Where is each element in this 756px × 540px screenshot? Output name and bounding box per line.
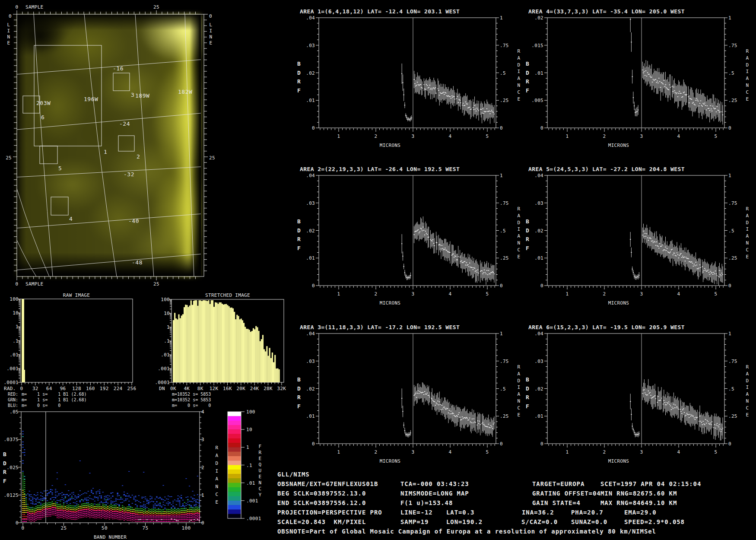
svg-text:F: F	[526, 245, 529, 251]
svg-text:R: R	[526, 236, 529, 242]
metadata-text: INA=36.2	[522, 509, 554, 516]
svg-text:D: D	[518, 378, 521, 384]
svg-text:R: R	[526, 78, 529, 85]
svg-text:D: D	[746, 378, 749, 384]
svg-text:.25: .25	[728, 98, 737, 103]
svg-text:0: 0	[500, 125, 503, 131]
svg-text:m= 1 s= 1 B1 (2.68): m= 1 s= 1 B1 (2.68)	[22, 397, 87, 402]
svg-text:AREA 2=(22,19,3,3) LAT= -26.4: AREA 2=(22,19,3,3) LAT= -26.4 LON= 192.5…	[300, 166, 460, 172]
svg-text:N: N	[746, 398, 749, 404]
svg-text:R: R	[746, 48, 749, 54]
svg-text:MICRONS: MICRONS	[608, 300, 629, 306]
svg-text:0: 0	[16, 520, 19, 526]
area-2-spectrum: AREA 2=(22,19,3,3) LAT= -26.4 LON= 192.5…	[297, 166, 521, 306]
svg-text:2: 2	[375, 449, 378, 455]
svg-text:4: 4	[69, 216, 73, 222]
svg-text:10: 10	[164, 311, 170, 316]
svg-text:.01: .01	[10, 352, 19, 358]
svg-text:4: 4	[449, 291, 452, 297]
lat-lon-grid	[17, 14, 201, 276]
rgb-stats: RED:m= 1 s= 1 B1 (2.68)GRN:m= 1 s= 1 B1 …	[8, 392, 87, 408]
svg-text:F: F	[3, 478, 6, 484]
svg-text:.1: .1	[246, 463, 252, 468]
svg-text:AREA 6=(15,2,3,3) LAT= -19.5 L: AREA 6=(15,2,3,3) LAT= -19.5 LON= 205.9 …	[528, 324, 685, 330]
svg-text:1: 1	[566, 291, 569, 297]
svg-text:B: B	[297, 376, 301, 383]
svg-text:.01: .01	[534, 413, 543, 419]
svg-text:32: 32	[32, 386, 38, 391]
svg-text:C: C	[259, 486, 262, 492]
svg-text:2: 2	[603, 291, 606, 297]
svg-text:24K: 24K	[250, 386, 259, 391]
svg-text:R: R	[518, 48, 521, 54]
spectrum-data	[630, 224, 723, 286]
svg-text:.0001: .0001	[155, 380, 170, 385]
svg-text:.1: .1	[13, 338, 19, 344]
svg-text:4: 4	[677, 133, 680, 139]
area-boxes: 123456	[23, 45, 140, 222]
metadata-text: SCET=1997 APR 04 02:15:04	[600, 480, 701, 487]
svg-text:F: F	[259, 444, 262, 449]
svg-text:I: I	[746, 226, 749, 232]
svg-text:E: E	[259, 456, 262, 461]
svg-text:0: 0	[500, 441, 503, 447]
frequency-colorbar: 100101.1.01.001.0001FREQUENCY	[228, 409, 262, 521]
svg-text:25: 25	[6, 155, 12, 161]
svg-text:AREA 5=(24,5,3,3) LAT= -27.2 L: AREA 5=(24,5,3,3) LAT= -27.2 LON= 204.8 …	[528, 166, 685, 172]
svg-text:.05: .05	[10, 409, 19, 415]
svg-text:SAMPLE: SAMPLE	[25, 281, 44, 287]
spectrum-data	[401, 64, 495, 124]
metadata-text: GRATING OFFSET=04	[532, 490, 601, 497]
svg-text:R: R	[3, 469, 6, 475]
svg-text:N: N	[210, 34, 213, 40]
svg-text:D: D	[297, 70, 301, 76]
svg-text:0: 0	[728, 441, 731, 447]
svg-text:0: 0	[312, 283, 315, 289]
svg-text:N: N	[746, 240, 749, 246]
svg-text:E: E	[518, 412, 521, 418]
metadata-text: TARGET=EUROPA	[532, 480, 584, 487]
svg-text:0K: 0K	[170, 386, 176, 391]
svg-text:DN: DN	[159, 386, 165, 391]
svg-text:1: 1	[500, 15, 503, 21]
metadata-text: EMA=29.0	[624, 509, 657, 516]
svg-text:3: 3	[640, 291, 643, 297]
nims-display: 0SAMPLE250SAMPLE25025025LLIINNEE-16-24-3…	[0, 0, 756, 540]
metadata-text: NIMSMODE=LONG MAP	[400, 490, 469, 497]
svg-text:-24: -24	[119, 121, 130, 127]
svg-text:.02: .02	[534, 228, 543, 234]
svg-text:3: 3	[201, 437, 204, 442]
svg-text:1: 1	[104, 149, 107, 155]
svg-text:R: R	[297, 236, 301, 242]
metadata-text: LON=190.2	[446, 518, 483, 525]
svg-text:.0001: .0001	[246, 516, 261, 521]
svg-text:N: N	[7, 34, 10, 40]
svg-text:A: A	[216, 453, 219, 458]
svg-text:.02: .02	[534, 386, 543, 392]
svg-text:.025: .025	[6, 465, 19, 470]
svg-text:100: 100	[161, 297, 170, 302]
svg-text:0: 0	[540, 441, 543, 447]
svg-text:.25: .25	[500, 98, 509, 103]
svg-text:E: E	[518, 96, 521, 102]
svg-text:GRN:: GRN:	[8, 397, 18, 402]
spectrum-data	[630, 379, 723, 441]
stretched-image-histogram: STRETCHED IMAGE100101.1.01.001.00010K4K8…	[155, 292, 286, 408]
svg-text:.04: .04	[534, 173, 543, 178]
svg-text:.01: .01	[161, 352, 170, 358]
svg-text:4: 4	[449, 449, 452, 455]
svg-text:.5: .5	[728, 386, 734, 392]
svg-text:-40: -40	[128, 218, 139, 224]
svg-text:8K: 8K	[197, 386, 203, 391]
svg-text:2: 2	[603, 449, 606, 455]
svg-text:E: E	[7, 40, 10, 46]
svg-text:0: 0	[540, 283, 543, 289]
svg-text:4: 4	[677, 449, 680, 455]
svg-text:.04: .04	[534, 331, 543, 337]
svg-text:STRETCHED IMAGE: STRETCHED IMAGE	[205, 292, 250, 298]
metadata-text: MAX RNG=84649.10 KM	[600, 499, 677, 506]
svg-text:Q: Q	[259, 462, 262, 467]
svg-text:C: C	[746, 89, 749, 95]
svg-text:.25: .25	[500, 413, 509, 419]
svg-text:E: E	[259, 474, 262, 480]
